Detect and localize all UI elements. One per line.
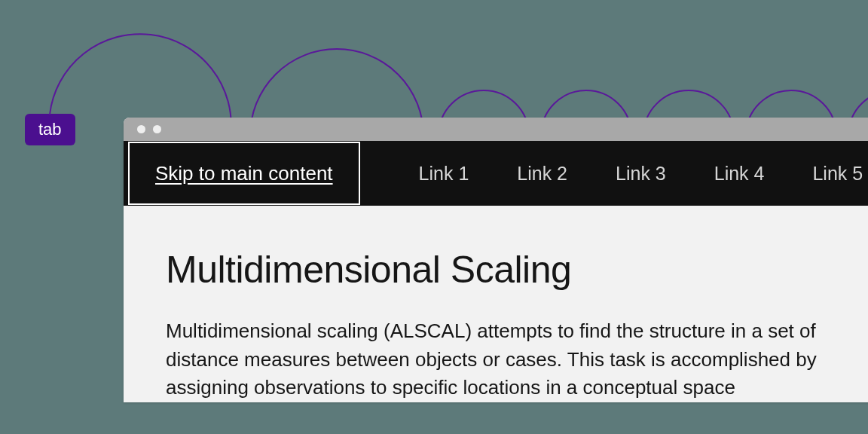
nav-link-4[interactable]: Link 4 xyxy=(714,163,765,185)
main-nav: Skip to main content Link 1 Link 2 Link … xyxy=(124,141,868,206)
nav-link-3[interactable]: Link 3 xyxy=(616,163,666,185)
page-body-text: Multidimensional scaling (ALSCAL) attemp… xyxy=(166,317,835,402)
main-content: Multidimensional Scaling Multidimensiona… xyxy=(124,206,868,402)
skip-link-text[interactable]: Skip to main content xyxy=(155,162,333,185)
nav-link-1[interactable]: Link 1 xyxy=(419,163,469,185)
nav-link-5[interactable]: Link 5 xyxy=(812,163,863,185)
nav-link-2[interactable]: Link 2 xyxy=(517,163,567,185)
tab-key-label: tab xyxy=(38,120,62,139)
nav-links-group: Link 1 Link 2 Link 3 Link 4 Link 5 xyxy=(419,163,863,185)
window-control-dot xyxy=(137,125,145,133)
browser-window: Skip to main content Link 1 Link 2 Link … xyxy=(124,118,868,402)
tab-key-indicator: tab xyxy=(25,114,75,145)
window-control-dot xyxy=(153,125,161,133)
window-titlebar xyxy=(124,118,868,141)
page-title: Multidimensional Scaling xyxy=(166,248,835,292)
skip-to-main-content[interactable]: Skip to main content xyxy=(128,142,360,205)
